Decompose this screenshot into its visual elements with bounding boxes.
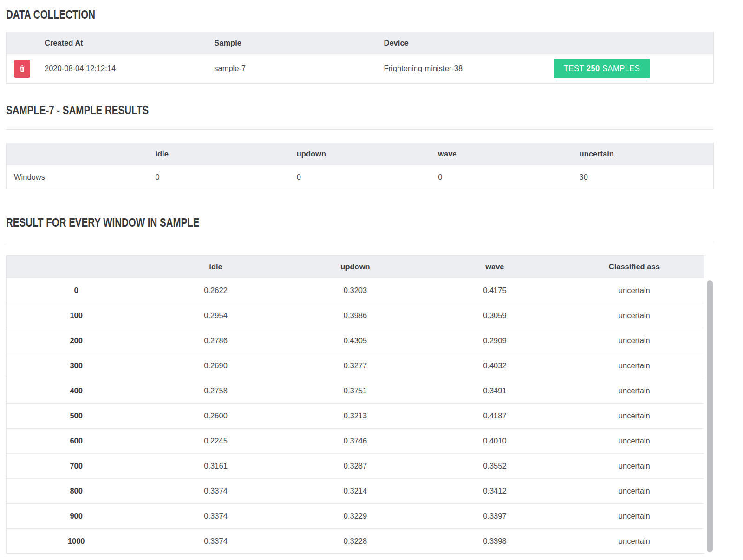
classified-value-cell: uncertain — [565, 503, 704, 528]
classified-value-cell: uncertain — [565, 453, 704, 478]
page: DATA COLLECTION Created At Sample Device — [0, 0, 743, 560]
table-row: 600 0.2245 0.3746 0.4010 uncertain — [7, 428, 704, 453]
window-offset-cell: 900 — [7, 503, 146, 528]
delete-button[interactable] — [14, 60, 30, 78]
table-row: 200 0.2786 0.4305 0.2909 uncertain — [7, 328, 704, 353]
idle-value-cell: 0.2245 — [146, 428, 285, 453]
updown-value-cell: 0.3214 — [286, 478, 425, 503]
window-results-title: RESULT FOR EVERY WINDOW IN SAMPLE — [6, 216, 587, 229]
window-offset-cell: 0 — [7, 278, 146, 303]
test-button-suffix: SAMPLES — [600, 64, 640, 72]
sample-results-title: SAMPLE-7 - SAMPLE RESULTS — [6, 104, 587, 117]
idle-value-cell: 0.3374 — [146, 528, 285, 553]
created-at-cell: 2020-08-04 12:12:14 — [37, 54, 207, 83]
table-row: 300 0.2690 0.3277 0.4032 uncertain — [7, 353, 704, 378]
trash-icon — [19, 65, 26, 72]
wave-value-cell: 0.3059 — [425, 303, 564, 328]
idle-value-cell: 0.3161 — [146, 453, 285, 478]
empty-header-cell — [546, 32, 713, 54]
idle-value-cell: 0.2600 — [146, 403, 285, 428]
updown-value-cell: 0.3228 — [286, 528, 425, 553]
classified-value-cell: uncertain — [565, 378, 704, 403]
data-collection-header-row: Created At Sample Device — [7, 32, 713, 54]
wave-value-cell: 0.3412 — [425, 478, 564, 503]
window-offset-cell: 400 — [7, 378, 146, 403]
classified-value-cell: uncertain — [565, 428, 704, 453]
updown-value-cell: 0.3287 — [286, 453, 425, 478]
wave-value-cell: 0.3398 — [425, 528, 564, 553]
classified-value-cell: uncertain — [565, 528, 704, 553]
window-offset-cell: 1000 — [7, 528, 146, 553]
classified-value-cell: uncertain — [565, 278, 704, 303]
column-header-idle: idle — [148, 143, 289, 165]
sample-results-header-row: idle updown wave uncertain — [7, 143, 713, 165]
table-row: 0 0.2622 0.3203 0.4175 uncertain — [7, 278, 704, 303]
idle-count-cell: 0 — [148, 165, 289, 189]
wave-value-cell: 0.3552 — [425, 453, 564, 478]
wave-value-cell: 0.4032 — [425, 353, 564, 378]
column-header-idle: idle — [146, 256, 285, 278]
wave-value-cell: 0.3397 — [425, 503, 564, 528]
test-samples-button[interactable]: TEST 250 SAMPLES — [554, 59, 651, 78]
wave-value-cell: 0.2909 — [425, 328, 564, 353]
idle-value-cell: 0.2954 — [146, 303, 285, 328]
empty-header-cell — [7, 32, 37, 54]
empty-header-cell — [7, 256, 146, 278]
table-row: 1000 0.3374 0.3228 0.3398 uncertain — [7, 528, 704, 553]
column-header-uncertain: uncertain — [572, 143, 713, 165]
idle-value-cell: 0.2690 — [146, 353, 285, 378]
window-offset-cell: 800 — [7, 478, 146, 503]
idle-value-cell: 0.2786 — [146, 328, 285, 353]
updown-count-cell: 0 — [289, 165, 430, 189]
divider — [6, 242, 714, 242]
classified-value-cell: uncertain — [565, 478, 704, 503]
table-row: 100 0.2954 0.3986 0.3059 uncertain — [7, 303, 704, 328]
sample-cell: sample-7 — [207, 54, 376, 83]
empty-header-cell — [7, 143, 148, 165]
column-header-wave: wave — [430, 143, 572, 165]
column-header-updown: updown — [286, 256, 425, 278]
idle-value-cell: 0.3374 — [146, 478, 285, 503]
window-offset-cell: 700 — [7, 453, 146, 478]
updown-value-cell: 0.3986 — [286, 303, 425, 328]
delete-cell — [7, 54, 37, 83]
table-row: 2020-08-04 12:12:14 sample-7 Frightening… — [7, 54, 713, 83]
window-offset-cell: 200 — [7, 328, 146, 353]
column-header-created-at: Created At — [37, 32, 207, 54]
wave-value-cell: 0.4010 — [425, 428, 564, 453]
data-collection-table: Created At Sample Device 2020- — [6, 32, 714, 84]
wave-value-cell: 0.4187 — [425, 403, 564, 428]
classified-value-cell: uncertain — [565, 328, 704, 353]
scrollbar[interactable] — [707, 280, 713, 552]
uncertain-count-cell: 30 — [572, 165, 713, 189]
table-row: 400 0.2758 0.3751 0.3491 uncertain — [7, 378, 704, 403]
updown-value-cell: 0.4305 — [286, 328, 425, 353]
column-header-classified: Classified ass — [565, 256, 704, 278]
idle-value-cell: 0.2758 — [146, 378, 285, 403]
row-label-cell: Windows — [7, 165, 148, 189]
idle-value-cell: 0.3374 — [146, 503, 285, 528]
classified-value-cell: uncertain — [565, 353, 704, 378]
updown-value-cell: 0.3203 — [286, 278, 425, 303]
column-header-updown: updown — [289, 143, 430, 165]
data-collection-title: DATA COLLECTION — [6, 8, 587, 21]
column-header-sample: Sample — [207, 32, 376, 54]
updown-value-cell: 0.3229 — [286, 503, 425, 528]
window-results-scroll-container: idle updown wave Classified ass 0 0.2622… — [6, 255, 714, 554]
table-row: 900 0.3374 0.3229 0.3397 uncertain — [7, 503, 704, 528]
updown-value-cell: 0.3751 — [286, 378, 425, 403]
updown-value-cell: 0.3746 — [286, 428, 425, 453]
device-cell: Frightening-minister-38 — [377, 54, 546, 83]
table-row: Windows 0 0 0 30 — [7, 165, 713, 189]
window-offset-cell: 600 — [7, 428, 146, 453]
window-results-table: idle updown wave Classified ass 0 0.2622… — [6, 255, 704, 554]
updown-value-cell: 0.3277 — [286, 353, 425, 378]
sample-results-table: idle updown wave uncertain Windows 0 0 0… — [6, 143, 714, 189]
window-offset-cell: 500 — [7, 403, 146, 428]
classified-value-cell: uncertain — [565, 303, 704, 328]
wave-count-cell: 0 — [430, 165, 572, 189]
window-results-body: 0 0.2622 0.3203 0.4175 uncertain 100 0.2… — [7, 278, 704, 553]
scrollbar-thumb[interactable] — [707, 280, 713, 552]
table-row: 800 0.3374 0.3214 0.3412 uncertain — [7, 478, 704, 503]
table-row: 700 0.3161 0.3287 0.3552 uncertain — [7, 453, 704, 478]
